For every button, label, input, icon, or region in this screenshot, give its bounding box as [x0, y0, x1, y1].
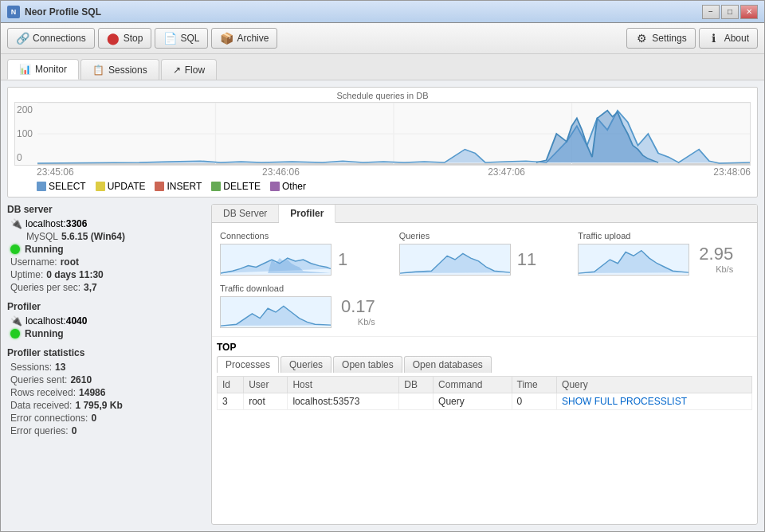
connections-button[interactable]: 🔗 Connections	[7, 28, 95, 49]
db-server-header: DB server	[7, 204, 198, 215]
metrics-section: Connections 1	[212, 223, 757, 337]
tab-profiler[interactable]: Profiler	[279, 205, 335, 223]
legend-select: SELECT	[37, 181, 86, 192]
minimize-button[interactable]: −	[702, 5, 720, 19]
qps-row: Queries per sec: 3,7	[7, 282, 198, 293]
app-icon: N	[7, 6, 20, 18]
tab-processes[interactable]: Processes	[217, 356, 279, 373]
db-status-row: Running	[7, 244, 198, 255]
db-port: 3306	[66, 218, 88, 229]
error-conn-value: 0	[91, 413, 96, 424]
profiler-status: Running	[25, 328, 64, 339]
row-id: 3	[218, 393, 244, 410]
traffic-upload-row: 2.95 Kb/s	[578, 244, 749, 276]
chart-legend: SELECT UPDATE INSERT DELETE Other	[14, 178, 751, 194]
db-status-dot	[10, 244, 20, 254]
main-tabs: 📊 Monitor 📋 Sessions ↗ Flow	[1, 54, 764, 80]
close-button[interactable]: ✕	[740, 5, 758, 19]
traffic-download-row: 0.17 Kb/s	[220, 296, 749, 328]
stop-button[interactable]: ⬤ Stop	[98, 28, 152, 49]
tab-queries[interactable]: Queries	[280, 356, 332, 373]
about-button[interactable]: ℹ About	[699, 28, 758, 49]
qps-label: Queries per sec:	[10, 282, 80, 293]
window-title: Neor Profile SQL	[25, 6, 702, 18]
profiler-status-dot	[10, 329, 20, 338]
mysql-label: MySQL	[26, 231, 58, 242]
traffic-download-value: 0.17	[341, 296, 375, 317]
tab-db-server[interactable]: DB Server	[212, 205, 279, 222]
table-row: 3 root localhost:53573 Query 0 SHOW FULL…	[218, 393, 752, 410]
legend-insert: INSERT	[155, 181, 202, 192]
connections-metric: Connections 1	[220, 231, 391, 276]
queries-label: Queries	[399, 231, 571, 241]
connections-icon: 🔗	[16, 32, 29, 45]
chart-title: Schedule queries in DB	[14, 91, 751, 100]
tab-flow[interactable]: ↗ Flow	[161, 59, 217, 80]
traffic-download-chart	[220, 296, 332, 328]
error-queries-value: 0	[72, 425, 77, 436]
tab-open-tables[interactable]: Open tables	[333, 356, 402, 373]
archive-icon: 📦	[220, 32, 233, 45]
toolbar-left: 🔗 Connections ⬤ Stop 📄 SQL 📦 Archive	[7, 28, 277, 49]
legend-delete: DELETE	[211, 181, 261, 192]
rows-received-label: Rows received:	[10, 387, 76, 398]
traffic-download-label: Traffic download	[220, 284, 749, 293]
archive-button[interactable]: 📦 Archive	[211, 28, 277, 49]
legend-select-dot	[37, 182, 46, 191]
col-command: Command	[434, 377, 512, 393]
right-panel: DB Server Profiler Connections	[211, 204, 758, 525]
legend-other-dot	[270, 182, 280, 191]
row-query[interactable]: SHOW FULL PROCESSLIST	[557, 393, 752, 410]
monitor-icon: 📊	[19, 64, 31, 75]
traffic-download-val-container: 0.17 Kb/s	[341, 296, 375, 328]
traffic-upload-chart	[578, 244, 689, 276]
settings-icon: ⚙	[635, 32, 648, 45]
tab-sessions[interactable]: 📋 Sessions	[80, 59, 159, 80]
flow-icon: ↗	[173, 65, 181, 76]
profiler-section: Profiler 🔌 localhost: 4040 Running	[7, 301, 198, 339]
db-server-section: DB server 🔌 localhost: 3306 MySQL 5.6.15…	[7, 204, 198, 293]
sessions-stat-row: Sessions: 13	[7, 362, 198, 373]
sql-icon: 📄	[163, 32, 176, 45]
mysql-version: 5.6.15 (Win64)	[61, 231, 125, 242]
connections-label: Connections	[220, 231, 391, 241]
tab-monitor[interactable]: 📊 Monitor	[7, 59, 79, 80]
connections-value: 1	[338, 249, 347, 270]
top-section: TOP Processes Queries Open tables Open d…	[212, 337, 757, 524]
col-db: DB	[399, 377, 434, 393]
tab-open-databases[interactable]: Open databases	[404, 356, 492, 373]
row-host: localhost:53573	[288, 393, 399, 410]
legend-insert-dot	[155, 182, 164, 191]
uptime-label: Uptime:	[10, 269, 43, 280]
uptime-row: Uptime: 0 days 11:30	[7, 269, 198, 280]
col-time: Time	[512, 377, 557, 393]
sql-button[interactable]: 📄 SQL	[155, 28, 208, 49]
chart-area: 200 100 0	[14, 102, 751, 166]
profiler-host: localhost:	[26, 315, 66, 327]
maximize-button[interactable]: □	[721, 5, 739, 19]
profiler-connect-icon: 🔌	[10, 315, 22, 327]
about-icon: ℹ	[708, 32, 720, 45]
profiler-header: Profiler	[7, 301, 198, 312]
username-value: root	[61, 256, 79, 268]
data-received-row: Data received: 1 795,9 Kb	[7, 400, 198, 411]
settings-button[interactable]: ⚙ Settings	[626, 28, 695, 49]
title-bar: N Neor Profile SQL − □ ✕	[1, 1, 764, 23]
queries-sent-label: Queries sent:	[10, 374, 67, 385]
username-row: Username: root	[7, 256, 198, 268]
toolbar-right: ⚙ Settings ℹ About	[626, 28, 758, 49]
connections-chart	[220, 244, 332, 276]
queries-sent-row: Queries sent: 2610	[7, 374, 198, 385]
traffic-download-unit: Kb/s	[358, 317, 375, 327]
chart-x-labels: 23:45:06 23:46:06 23:47:06 23:48:06	[14, 166, 751, 178]
rows-received-row: Rows received: 14986	[7, 387, 198, 398]
right-panel-tabs: DB Server Profiler	[212, 205, 757, 223]
toolbar: 🔗 Connections ⬤ Stop 📄 SQL 📦 Archive ⚙ S…	[1, 23, 764, 54]
db-host-label: localhost:	[26, 218, 66, 229]
traffic-upload-val-container: 2.95 Kb/s	[699, 244, 733, 276]
queries-metric: Queries 11	[399, 231, 571, 276]
col-id: Id	[218, 377, 244, 393]
traffic-upload-label: Traffic upload	[578, 231, 749, 241]
row-user: root	[244, 393, 288, 410]
top-tabs: Processes Queries Open tables Open datab…	[217, 356, 752, 373]
